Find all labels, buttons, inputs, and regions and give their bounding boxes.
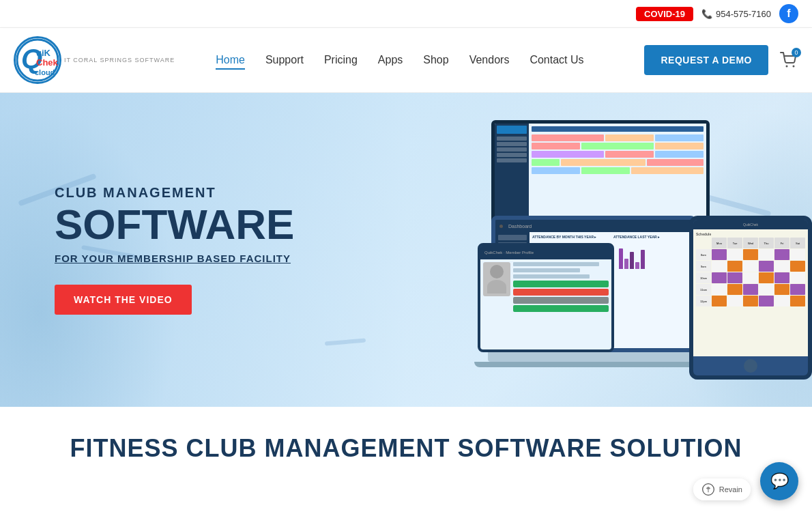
phone-icon: 📞 bbox=[701, 9, 712, 19]
phone-link[interactable]: 📞 954-575-7160 bbox=[701, 9, 771, 19]
navbar: Q uiK Chek cloud IT CORAL SPRINGS SOFTWA… bbox=[0, 28, 812, 93]
top-bar: COVID-19 📞 954-575-7160 f bbox=[0, 0, 812, 28]
logo-text: IT CORAL SPRINGS SOFTWARE bbox=[64, 57, 175, 63]
svg-point-6 bbox=[793, 66, 795, 68]
member-photo bbox=[483, 262, 510, 296]
cart-icon-wrap: 0 bbox=[779, 51, 798, 70]
device-tablet: QuikChek Schedule Mon Tue Wed Thu Fri Sa… bbox=[689, 216, 812, 380]
nav-link-support[interactable]: Support bbox=[265, 54, 304, 68]
logo[interactable]: Q uiK Chek cloud IT CORAL SPRINGS SOFTWA… bbox=[14, 36, 175, 84]
nav-link-contact[interactable]: Contact Us bbox=[530, 54, 583, 68]
nav-link-vendors[interactable]: Vendors bbox=[469, 54, 510, 68]
nav-item-shop[interactable]: Shop bbox=[423, 54, 448, 66]
phone-number: 954-575-7160 bbox=[716, 9, 771, 19]
nav-link-apps[interactable]: Apps bbox=[378, 54, 403, 68]
chat-icon: 💬 bbox=[770, 472, 789, 476]
svg-text:Chek: Chek bbox=[36, 57, 59, 68]
hero-description: FOR YOUR MEMBERSHIP BASED FACILITY bbox=[55, 253, 328, 264]
hero-title: SOFTWARE bbox=[55, 203, 328, 246]
nav-item-home[interactable]: Home bbox=[216, 54, 245, 66]
nav-item-vendors[interactable]: Vendors bbox=[469, 54, 510, 66]
logo-circle: Q uiK Chek cloud bbox=[14, 36, 61, 84]
cart-badge: 0 bbox=[792, 48, 801, 57]
hero-content: CLUB MANAGEMENT SOFTWARE FOR YOUR MEMBER… bbox=[0, 185, 328, 315]
facebook-icon[interactable]: f bbox=[779, 4, 798, 23]
svg-text:cloud: cloud bbox=[35, 68, 55, 76]
hero-section: CLUB MANAGEMENT SOFTWARE FOR YOUR MEMBER… bbox=[0, 93, 812, 407]
cart-area[interactable]: 0 bbox=[779, 51, 798, 70]
nav-link-pricing[interactable]: Pricing bbox=[324, 54, 358, 68]
section-bottom: FITNESS CLUB MANAGEMENT SOFTWARE SOLUTIO… bbox=[0, 407, 812, 476]
nav-item-apps[interactable]: Apps bbox=[378, 54, 403, 66]
nav-links: Home Support Pricing Apps Shop Vendors C… bbox=[216, 54, 583, 66]
nav-item-pricing[interactable]: Pricing bbox=[324, 54, 358, 66]
hero-subtitle: CLUB MANAGEMENT bbox=[55, 185, 328, 201]
nav-link-shop[interactable]: Shop bbox=[423, 54, 448, 68]
nav-item-contact[interactable]: Contact Us bbox=[530, 54, 583, 66]
logo-tagline: IT CORAL SPRINGS SOFTWARE bbox=[64, 57, 175, 63]
hero-devices: Dashboard ATTENDANCE BY MONTH THIS bbox=[437, 120, 812, 407]
svg-point-5 bbox=[786, 66, 788, 68]
nav-link-home[interactable]: Home bbox=[216, 54, 245, 70]
watch-video-button[interactable]: WATCH THE VIDEO bbox=[55, 285, 192, 315]
nav-item-support[interactable]: Support bbox=[265, 54, 304, 66]
device-member-card: QuikChek · Member Profile bbox=[478, 243, 614, 352]
nav-right: REQUEST A DEMO 0 bbox=[644, 45, 798, 75]
covid-badge[interactable]: COVID-19 bbox=[636, 7, 693, 21]
section-heading: FITNESS CLUB MANAGEMENT SOFTWARE SOLUTIO… bbox=[14, 434, 798, 463]
svg-text:uiK: uiK bbox=[36, 48, 51, 58]
demo-button[interactable]: REQUEST A DEMO bbox=[644, 45, 768, 75]
